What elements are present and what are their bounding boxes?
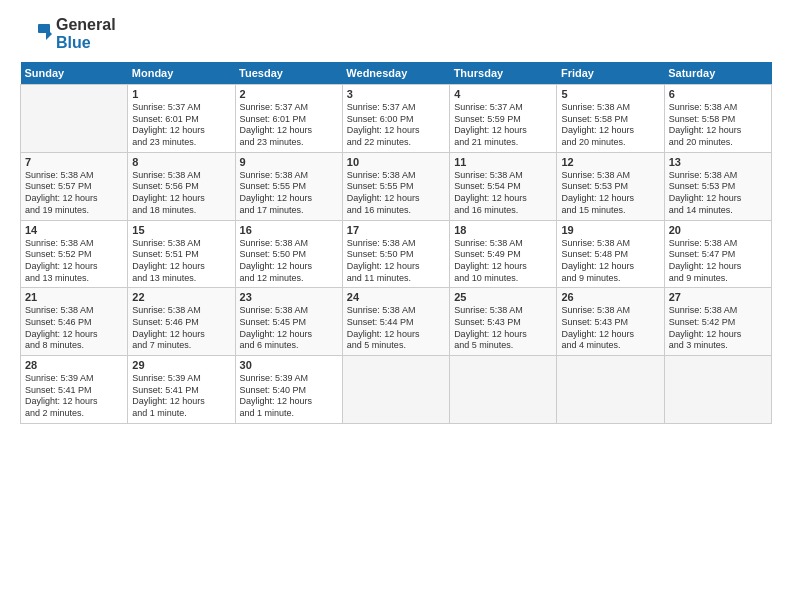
day-number: 17 xyxy=(347,224,445,236)
day-number: 15 xyxy=(132,224,230,236)
calendar-day-header: Thursday xyxy=(450,62,557,85)
day-number: 20 xyxy=(669,224,767,236)
day-info: Sunrise: 5:39 AM Sunset: 5:41 PM Dayligh… xyxy=(132,373,230,420)
calendar-cell: 19Sunrise: 5:38 AM Sunset: 5:48 PM Dayli… xyxy=(557,220,664,288)
calendar-cell: 11Sunrise: 5:38 AM Sunset: 5:54 PM Dayli… xyxy=(450,152,557,220)
day-number: 16 xyxy=(240,224,338,236)
calendar-cell: 20Sunrise: 5:38 AM Sunset: 5:47 PM Dayli… xyxy=(664,220,771,288)
day-info: Sunrise: 5:38 AM Sunset: 5:52 PM Dayligh… xyxy=(25,238,123,285)
calendar-cell: 18Sunrise: 5:38 AM Sunset: 5:49 PM Dayli… xyxy=(450,220,557,288)
day-info: Sunrise: 5:38 AM Sunset: 5:48 PM Dayligh… xyxy=(561,238,659,285)
calendar-cell: 16Sunrise: 5:38 AM Sunset: 5:50 PM Dayli… xyxy=(235,220,342,288)
day-number: 8 xyxy=(132,156,230,168)
day-info: Sunrise: 5:38 AM Sunset: 5:44 PM Dayligh… xyxy=(347,305,445,352)
day-number: 28 xyxy=(25,359,123,371)
day-number: 30 xyxy=(240,359,338,371)
calendar-cell: 9Sunrise: 5:38 AM Sunset: 5:55 PM Daylig… xyxy=(235,152,342,220)
day-info: Sunrise: 5:37 AM Sunset: 6:00 PM Dayligh… xyxy=(347,102,445,149)
calendar-day-header: Friday xyxy=(557,62,664,85)
calendar-day-header: Wednesday xyxy=(342,62,449,85)
day-info: Sunrise: 5:38 AM Sunset: 5:58 PM Dayligh… xyxy=(561,102,659,149)
calendar-week-row: 14Sunrise: 5:38 AM Sunset: 5:52 PM Dayli… xyxy=(21,220,772,288)
calendar-cell: 17Sunrise: 5:38 AM Sunset: 5:50 PM Dayli… xyxy=(342,220,449,288)
logo: General Blue xyxy=(20,16,116,52)
calendar-cell: 27Sunrise: 5:38 AM Sunset: 5:42 PM Dayli… xyxy=(664,288,771,356)
calendar-week-row: 1Sunrise: 5:37 AM Sunset: 6:01 PM Daylig… xyxy=(21,85,772,153)
calendar-cell: 8Sunrise: 5:38 AM Sunset: 5:56 PM Daylig… xyxy=(128,152,235,220)
day-info: Sunrise: 5:38 AM Sunset: 5:58 PM Dayligh… xyxy=(669,102,767,149)
day-number: 2 xyxy=(240,88,338,100)
day-number: 3 xyxy=(347,88,445,100)
calendar-cell: 30Sunrise: 5:39 AM Sunset: 5:40 PM Dayli… xyxy=(235,356,342,424)
day-info: Sunrise: 5:38 AM Sunset: 5:43 PM Dayligh… xyxy=(454,305,552,352)
day-number: 21 xyxy=(25,291,123,303)
day-number: 9 xyxy=(240,156,338,168)
day-number: 7 xyxy=(25,156,123,168)
day-number: 5 xyxy=(561,88,659,100)
day-info: Sunrise: 5:38 AM Sunset: 5:55 PM Dayligh… xyxy=(347,170,445,217)
day-info: Sunrise: 5:38 AM Sunset: 5:46 PM Dayligh… xyxy=(25,305,123,352)
calendar-cell: 14Sunrise: 5:38 AM Sunset: 5:52 PM Dayli… xyxy=(21,220,128,288)
calendar-cell: 24Sunrise: 5:38 AM Sunset: 5:44 PM Dayli… xyxy=(342,288,449,356)
day-number: 19 xyxy=(561,224,659,236)
calendar-cell: 13Sunrise: 5:38 AM Sunset: 5:53 PM Dayli… xyxy=(664,152,771,220)
day-number: 13 xyxy=(669,156,767,168)
calendar-day-header: Sunday xyxy=(21,62,128,85)
calendar-cell: 2Sunrise: 5:37 AM Sunset: 6:01 PM Daylig… xyxy=(235,85,342,153)
calendar-cell: 23Sunrise: 5:38 AM Sunset: 5:45 PM Dayli… xyxy=(235,288,342,356)
day-number: 6 xyxy=(669,88,767,100)
day-info: Sunrise: 5:38 AM Sunset: 5:42 PM Dayligh… xyxy=(669,305,767,352)
day-info: Sunrise: 5:38 AM Sunset: 5:56 PM Dayligh… xyxy=(132,170,230,217)
day-number: 23 xyxy=(240,291,338,303)
calendar-week-row: 7Sunrise: 5:38 AM Sunset: 5:57 PM Daylig… xyxy=(21,152,772,220)
calendar-cell xyxy=(342,356,449,424)
day-number: 11 xyxy=(454,156,552,168)
calendar-cell: 6Sunrise: 5:38 AM Sunset: 5:58 PM Daylig… xyxy=(664,85,771,153)
day-number: 29 xyxy=(132,359,230,371)
day-number: 12 xyxy=(561,156,659,168)
day-info: Sunrise: 5:37 AM Sunset: 6:01 PM Dayligh… xyxy=(132,102,230,149)
day-info: Sunrise: 5:38 AM Sunset: 5:55 PM Dayligh… xyxy=(240,170,338,217)
day-info: Sunrise: 5:38 AM Sunset: 5:53 PM Dayligh… xyxy=(561,170,659,217)
day-info: Sunrise: 5:38 AM Sunset: 5:47 PM Dayligh… xyxy=(669,238,767,285)
day-number: 10 xyxy=(347,156,445,168)
day-info: Sunrise: 5:38 AM Sunset: 5:51 PM Dayligh… xyxy=(132,238,230,285)
calendar-cell xyxy=(450,356,557,424)
logo-general-text: General xyxy=(56,16,116,33)
day-info: Sunrise: 5:38 AM Sunset: 5:50 PM Dayligh… xyxy=(240,238,338,285)
logo-svg xyxy=(20,18,52,50)
calendar-cell xyxy=(664,356,771,424)
day-info: Sunrise: 5:37 AM Sunset: 6:01 PM Dayligh… xyxy=(240,102,338,149)
day-info: Sunrise: 5:38 AM Sunset: 5:54 PM Dayligh… xyxy=(454,170,552,217)
calendar-cell: 26Sunrise: 5:38 AM Sunset: 5:43 PM Dayli… xyxy=(557,288,664,356)
day-info: Sunrise: 5:38 AM Sunset: 5:46 PM Dayligh… xyxy=(132,305,230,352)
page-header: General Blue xyxy=(20,16,772,52)
calendar-cell xyxy=(557,356,664,424)
calendar-cell: 22Sunrise: 5:38 AM Sunset: 5:46 PM Dayli… xyxy=(128,288,235,356)
calendar-day-header: Saturday xyxy=(664,62,771,85)
day-info: Sunrise: 5:39 AM Sunset: 5:41 PM Dayligh… xyxy=(25,373,123,420)
day-info: Sunrise: 5:38 AM Sunset: 5:57 PM Dayligh… xyxy=(25,170,123,217)
day-info: Sunrise: 5:38 AM Sunset: 5:45 PM Dayligh… xyxy=(240,305,338,352)
calendar-cell: 15Sunrise: 5:38 AM Sunset: 5:51 PM Dayli… xyxy=(128,220,235,288)
calendar-cell: 12Sunrise: 5:38 AM Sunset: 5:53 PM Dayli… xyxy=(557,152,664,220)
day-info: Sunrise: 5:39 AM Sunset: 5:40 PM Dayligh… xyxy=(240,373,338,420)
calendar-cell: 10Sunrise: 5:38 AM Sunset: 5:55 PM Dayli… xyxy=(342,152,449,220)
calendar-week-row: 21Sunrise: 5:38 AM Sunset: 5:46 PM Dayli… xyxy=(21,288,772,356)
calendar-cell: 4Sunrise: 5:37 AM Sunset: 5:59 PM Daylig… xyxy=(450,85,557,153)
calendar-cell: 29Sunrise: 5:39 AM Sunset: 5:41 PM Dayli… xyxy=(128,356,235,424)
day-info: Sunrise: 5:37 AM Sunset: 5:59 PM Dayligh… xyxy=(454,102,552,149)
calendar-cell: 21Sunrise: 5:38 AM Sunset: 5:46 PM Dayli… xyxy=(21,288,128,356)
calendar-week-row: 28Sunrise: 5:39 AM Sunset: 5:41 PM Dayli… xyxy=(21,356,772,424)
calendar-cell xyxy=(21,85,128,153)
calendar-cell: 3Sunrise: 5:37 AM Sunset: 6:00 PM Daylig… xyxy=(342,85,449,153)
calendar-day-header: Monday xyxy=(128,62,235,85)
calendar-cell: 1Sunrise: 5:37 AM Sunset: 6:01 PM Daylig… xyxy=(128,85,235,153)
day-info: Sunrise: 5:38 AM Sunset: 5:50 PM Dayligh… xyxy=(347,238,445,285)
calendar-cell: 25Sunrise: 5:38 AM Sunset: 5:43 PM Dayli… xyxy=(450,288,557,356)
day-number: 27 xyxy=(669,291,767,303)
calendar-header-row: SundayMondayTuesdayWednesdayThursdayFrid… xyxy=(21,62,772,85)
day-info: Sunrise: 5:38 AM Sunset: 5:43 PM Dayligh… xyxy=(561,305,659,352)
day-info: Sunrise: 5:38 AM Sunset: 5:49 PM Dayligh… xyxy=(454,238,552,285)
day-number: 22 xyxy=(132,291,230,303)
